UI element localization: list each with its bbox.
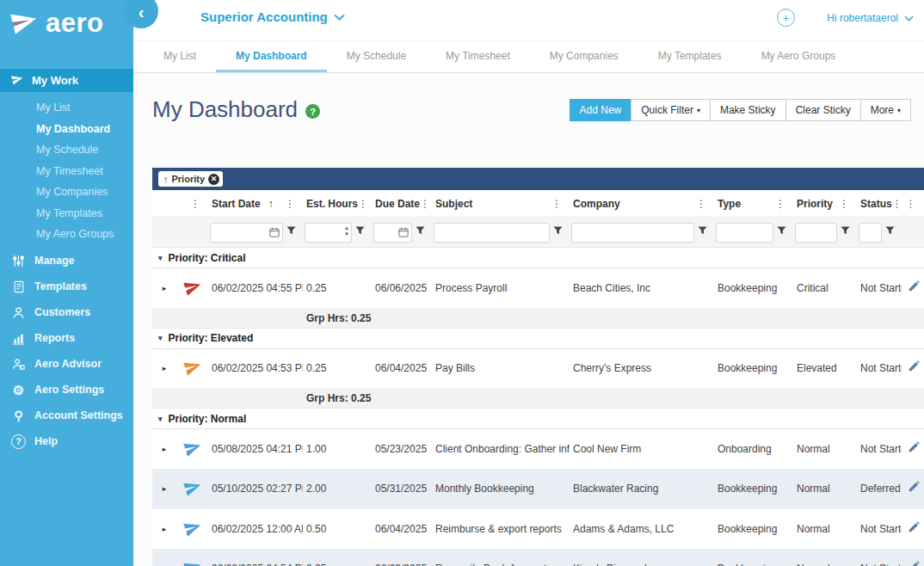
spinner-down-icon[interactable]: ▼ (344, 231, 349, 237)
filter-company-input[interactable] (571, 223, 694, 243)
calendar-icon[interactable] (269, 227, 280, 240)
table-row[interactable]: ▸05/08/2025 04:21 PM1.0005/23/2025Client… (152, 429, 924, 470)
sidebar-subitem-my-aero-groups[interactable]: My Aero Groups (0, 224, 133, 245)
column-menu-icon[interactable]: ⋮ (358, 198, 372, 210)
column-header-label: Priority (797, 198, 833, 210)
make-sticky-button[interactable]: Make Sticky (710, 99, 786, 121)
task-plane-icon (182, 558, 203, 566)
row-expand-arrow-icon[interactable]: ▸ (163, 525, 167, 533)
table-row[interactable]: ▸06/02/2025 04:55 PM0.2506/06/2025Proces… (152, 268, 924, 309)
edit-pencil-icon[interactable] (907, 521, 920, 537)
column-header-priority[interactable]: Priority⋮ (793, 198, 857, 210)
filter-priority-input[interactable] (795, 223, 837, 243)
column-menu-icon[interactable]: ⋮ (775, 198, 793, 210)
filter-funnel-icon[interactable] (698, 226, 707, 238)
tab-my-companies[interactable]: My Companies (530, 41, 638, 72)
sidebar-subitem-my-list[interactable]: My List (0, 97, 133, 119)
table-row[interactable]: ▸06/02/2025 04:54 PM0.2506/09/2025Reconc… (152, 550, 924, 566)
group-by-chip-priority[interactable]: ↑ Priority ✕ (158, 171, 223, 187)
column-header-due-date[interactable]: Due Date⋮ (372, 198, 432, 210)
more-button[interactable]: More▾ (860, 99, 911, 121)
column-menu-icon[interactable]: ⋮ (551, 198, 570, 210)
quick-filter-button[interactable]: Quick Filter▾ (631, 99, 711, 121)
tab-my-schedule[interactable]: My Schedule (327, 41, 426, 72)
collapse-group-icon[interactable]: ▾ (158, 415, 163, 423)
tab-my-templates[interactable]: My Templates (638, 41, 742, 72)
chevron-left-icon: ‹ (139, 3, 145, 22)
filter-type-input[interactable] (716, 223, 773, 243)
add-new-button[interactable]: Add New (570, 99, 632, 121)
row-plane-cell (176, 478, 208, 499)
column-header-status[interactable]: Status⋮ (857, 198, 902, 210)
table-row[interactable]: ▸06/02/2025 12:00 AM0.5006/04/2025Reimbu… (152, 509, 924, 550)
filter-funnel-icon[interactable] (841, 226, 850, 238)
tab-my-dashboard[interactable]: My Dashboard (216, 41, 327, 72)
row-expand-arrow-icon[interactable]: ▸ (163, 445, 167, 453)
sidebar-item-aero-settings[interactable]: ⚙Aero Settings (0, 377, 133, 403)
tab-my-timesheet[interactable]: My Timesheet (426, 41, 530, 72)
table-row[interactable]: ▸05/10/2025 02:27 PM2.0005/31/2025Monthl… (152, 470, 924, 510)
filter-funnel-icon[interactable] (416, 226, 425, 238)
spinner-up-icon[interactable]: ▲ (344, 225, 349, 231)
table-row[interactable]: ▸06/02/2025 04:53 PM0.2506/04/2025Pay Bi… (152, 349, 924, 390)
add-circle-icon[interactable]: + (777, 9, 795, 27)
column-menu-icon[interactable]: ⋮ (892, 198, 902, 210)
tab-my-aero-groups[interactable]: My Aero Groups (742, 41, 856, 72)
filter-status-input[interactable] (859, 223, 882, 243)
filter-funnel-icon[interactable] (355, 226, 365, 238)
filter-subject-input[interactable] (434, 223, 550, 243)
collapse-group-icon[interactable]: ▾ (158, 254, 163, 262)
number-spinner[interactable]: ▲▼ (344, 225, 349, 237)
remove-group-icon[interactable]: ✕ (208, 174, 219, 185)
column-menu-icon[interactable]: ⋮ (285, 198, 303, 210)
column-menu-icon[interactable]: ⋮ (420, 198, 432, 210)
sidebar-item-customers[interactable]: Customers (0, 299, 133, 325)
sidebar-item-reports[interactable]: Reports (0, 325, 133, 351)
column-menu-icon[interactable]: ⋮ (696, 198, 714, 210)
user-menu[interactable]: Hi robertataerol (827, 12, 914, 24)
filter-funnel-icon[interactable] (286, 226, 296, 238)
group-header-priority-critical[interactable]: ▾Priority: Critical (152, 248, 924, 268)
column-menu-icon[interactable]: ⋮ (190, 198, 208, 210)
organization-selector[interactable]: Superior Accounting (200, 9, 345, 24)
sidebar-subitem-my-companies[interactable]: My Companies (0, 181, 133, 203)
edit-pencil-icon[interactable] (907, 280, 920, 296)
sidebar-item-aero-advisor[interactable]: Aero Advisor (0, 351, 133, 377)
filter-funnel-icon[interactable] (885, 226, 895, 238)
filter-funnel-icon[interactable] (777, 226, 786, 238)
group-header-priority-elevated[interactable]: ▾Priority: Elevated (152, 329, 924, 349)
sidebar-item-manage[interactable]: Manage (0, 248, 133, 274)
group-header-priority-normal[interactable]: ▾Priority: Normal (152, 409, 924, 429)
column-menu-icon[interactable]: ⋮ (906, 198, 924, 210)
help-icon[interactable]: ? (305, 104, 320, 119)
edit-pencil-icon[interactable] (907, 441, 920, 457)
sidebar-item-templates[interactable]: Templates (0, 274, 133, 299)
edit-pencil-icon[interactable] (907, 481, 920, 496)
sidebar-item-help[interactable]: ?Help (0, 428, 133, 454)
row-expand-arrow-icon[interactable]: ▸ (163, 364, 167, 372)
filter-funnel-icon[interactable] (553, 226, 563, 238)
sidebar-subitem-my-templates[interactable]: My Templates (0, 203, 133, 225)
collapse-group-icon[interactable]: ▾ (158, 334, 163, 342)
sidebar-subitem-my-schedule[interactable]: My Schedule (0, 139, 133, 161)
column-header-start-date[interactable]: Start Date↑⋮ (208, 198, 303, 210)
edit-pencil-icon[interactable] (907, 360, 920, 376)
edit-pencil-icon[interactable] (907, 561, 920, 566)
column-header-est-hours[interactable]: Est. Hours⋮ (303, 198, 372, 210)
group-footer-row: Grp Hrs: 0.25 (152, 309, 924, 329)
user-greeting: Hi robertataerol (827, 12, 898, 24)
aero-logo[interactable]: aero (0, 0, 133, 38)
column-header-type[interactable]: Type⋮ (714, 198, 793, 210)
row-expand-arrow-icon[interactable]: ▸ (163, 484, 167, 493)
sidebar-item-account-settings[interactable]: ⚲Account Settings (0, 403, 133, 428)
calendar-icon[interactable] (398, 227, 409, 240)
column-header-subject[interactable]: Subject⋮ (432, 198, 570, 210)
sidebar-subitem-my-timesheet[interactable]: My Timesheet (0, 161, 133, 182)
column-header-company[interactable]: Company⋮ (570, 198, 714, 210)
sidebar-subitem-my-dashboard[interactable]: My Dashboard (0, 119, 133, 140)
clear-sticky-button[interactable]: Clear Sticky (785, 99, 861, 121)
row-expand-arrow-icon[interactable]: ▸ (163, 284, 167, 292)
tab-my-list[interactable]: My List (144, 41, 216, 72)
column-menu-icon[interactable]: ⋮ (839, 198, 857, 210)
sidebar-section-my-work[interactable]: My Work (0, 69, 133, 92)
